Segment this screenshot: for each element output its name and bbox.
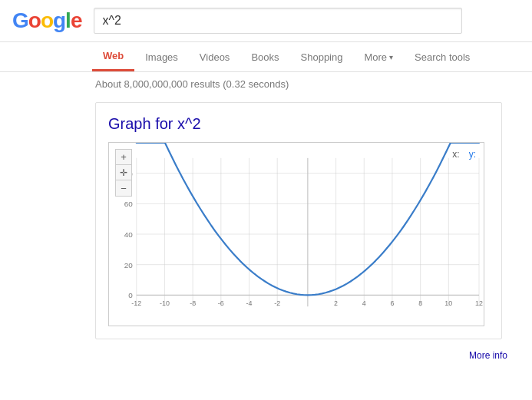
svg-text:2: 2	[334, 299, 338, 307]
svg-text:10: 10	[444, 299, 452, 307]
svg-text:-6: -6	[218, 299, 224, 307]
zoom-out-button[interactable]: −	[116, 180, 131, 196]
graph-title: Graph for x^2	[108, 115, 489, 133]
svg-text:6: 6	[390, 299, 394, 307]
nav-item-search-tools[interactable]: Search tools	[404, 44, 481, 71]
graph-card: Graph for x^2 + ✛ − x: y:	[95, 102, 502, 339]
nav-item-videos[interactable]: Videos	[189, 44, 241, 71]
nav-bar: Web Images Videos Books Shopping More ▾ …	[0, 42, 532, 72]
graph-title-prefix: Graph for	[108, 115, 177, 132]
nav-item-images[interactable]: Images	[134, 44, 189, 71]
zoom-controls: + ✛ −	[115, 149, 132, 197]
nav-item-more[interactable]: More ▾	[353, 44, 404, 71]
svg-text:-12: -12	[131, 299, 141, 307]
more-info-link[interactable]: More info	[95, 345, 520, 365]
graph-svg: 0 20 40 60 80 -12 -10 -8 -6 -4 -2 2 4 6 …	[109, 143, 484, 326]
svg-text:4: 4	[362, 299, 366, 307]
svg-text:12: 12	[475, 299, 483, 307]
svg-text:0: 0	[128, 291, 133, 299]
nav-item-shopping[interactable]: Shopping	[290, 44, 354, 71]
zoom-in-button[interactable]: +	[116, 150, 131, 165]
nav-item-web[interactable]: Web	[92, 42, 134, 71]
results-count: About 8,000,000,000 results (0.32 second…	[0, 72, 532, 96]
google-logo: Google	[12, 8, 81, 33]
graph-container: + ✛ − x: y:	[108, 142, 484, 326]
search-input[interactable]	[94, 8, 462, 34]
nav-item-books[interactable]: Books	[240, 44, 289, 71]
svg-text:8: 8	[418, 299, 422, 307]
svg-text:-8: -8	[190, 299, 196, 307]
svg-text:40: 40	[124, 230, 134, 239]
more-dropdown-arrow: ▾	[389, 53, 393, 61]
svg-text:20: 20	[124, 261, 134, 269]
header: Google	[0, 0, 532, 42]
graph-title-expr: x^2	[177, 115, 201, 132]
pan-button[interactable]: ✛	[116, 165, 131, 180]
svg-text:-4: -4	[246, 299, 253, 307]
svg-text:-2: -2	[274, 299, 280, 307]
svg-text:60: 60	[124, 200, 134, 208]
svg-text:-10: -10	[160, 299, 170, 307]
